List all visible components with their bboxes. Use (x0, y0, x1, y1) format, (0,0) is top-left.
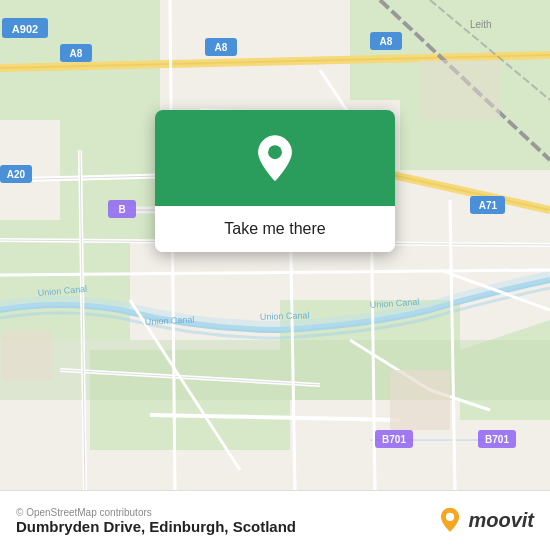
popup-header (155, 110, 395, 206)
moovit-label: moovit (468, 509, 534, 532)
moovit-logo: moovit (436, 507, 534, 535)
svg-text:A20: A20 (7, 169, 26, 180)
svg-text:B701: B701 (382, 434, 406, 445)
svg-rect-37 (2, 330, 52, 380)
svg-point-39 (446, 512, 454, 520)
location-pin-icon (249, 134, 301, 186)
svg-rect-3 (0, 220, 130, 340)
svg-text:B: B (118, 204, 125, 215)
popup-card: Take me there (155, 110, 395, 252)
copyright-text: © OpenStreetMap contributors (16, 507, 296, 518)
svg-rect-35 (390, 370, 450, 430)
location-info: © OpenStreetMap contributors Dumbryden D… (16, 507, 296, 535)
svg-rect-36 (420, 60, 500, 120)
svg-text:A71: A71 (479, 200, 498, 211)
svg-text:A8: A8 (70, 48, 83, 59)
moovit-pin-icon (436, 507, 464, 535)
svg-text:A902: A902 (12, 23, 38, 35)
svg-text:Union Canal: Union Canal (260, 310, 310, 322)
svg-text:A8: A8 (215, 42, 228, 53)
location-name: Dumbryden Drive, Edinburgh, Scotland (16, 518, 296, 535)
map-container: A902 A8 A8 A8 A71 A71 A20 B B701 B701 Un… (0, 0, 550, 490)
svg-text:Leith: Leith (470, 19, 492, 30)
svg-text:B701: B701 (485, 434, 509, 445)
take-me-there-button[interactable]: Take me there (155, 206, 395, 252)
bottom-bar: © OpenStreetMap contributors Dumbryden D… (0, 490, 550, 550)
svg-text:A8: A8 (380, 36, 393, 47)
svg-point-38 (268, 145, 282, 159)
